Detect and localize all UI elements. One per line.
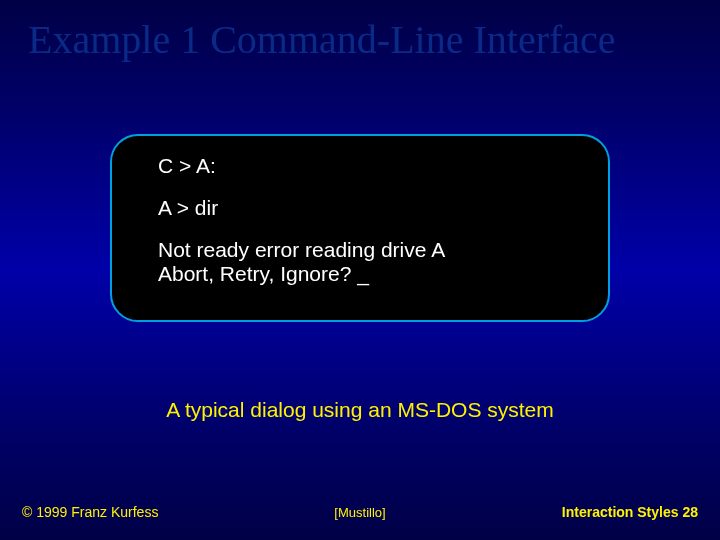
terminal-line-4: Abort, Retry, Ignore? _: [158, 262, 608, 286]
page-label-text: Interaction Styles: [562, 504, 683, 520]
slide: Example 1 Command-Line Interface C > A: …: [0, 0, 720, 540]
terminal-line-2: A > dir: [158, 196, 608, 220]
terminal-line-1: C > A:: [158, 154, 608, 178]
page-label: Interaction Styles 28: [562, 504, 698, 520]
terminal-error-block: Not ready error reading drive A Abort, R…: [158, 238, 608, 286]
terminal-line-3: Not ready error reading drive A: [158, 238, 608, 262]
caption-text: A typical dialog using an MS-DOS system: [0, 398, 720, 422]
terminal-prompt-text: Abort, Retry, Ignore?: [158, 262, 357, 285]
page-number: 28: [682, 504, 698, 520]
terminal-panel: C > A: A > dir Not ready error reading d…: [110, 134, 610, 322]
terminal-cursor: _: [357, 262, 369, 285]
slide-title: Example 1 Command-Line Interface: [28, 16, 616, 63]
